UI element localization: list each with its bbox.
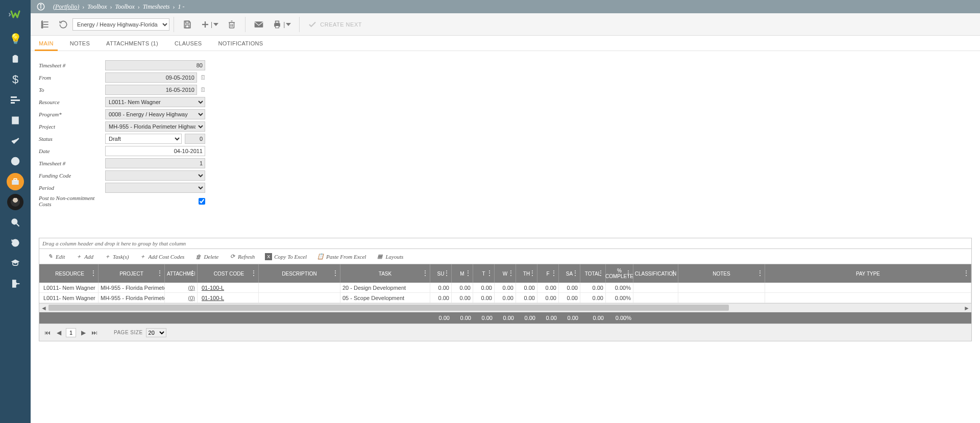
col-m[interactable]: M⋮ [452, 264, 473, 283]
date-input[interactable] [105, 146, 205, 156]
period-select[interactable] [105, 183, 205, 193]
cell-t[interactable]: 0.00 [473, 283, 495, 292]
col-t[interactable]: T⋮ [473, 264, 495, 283]
print-button[interactable]: | [268, 15, 295, 34]
breadcrumb-item-2[interactable]: Toolbox [115, 3, 135, 11]
grid-row[interactable]: L0011- Nem Wagner MH-955 - Florida Perim… [39, 283, 971, 293]
tab-attachments[interactable]: ATTACHMENTS (1) [105, 36, 159, 51]
funding-code-select[interactable] [105, 170, 205, 181]
nav-logout[interactable] [0, 273, 31, 294]
project-select[interactable]: MH-955 - Florida Perimeter Highway [105, 121, 205, 132]
from-date-input[interactable] [105, 72, 197, 83]
grid-refresh-button[interactable]: ⟳Refresh [225, 251, 259, 262]
nav-ideas[interactable]: 💡 [0, 29, 31, 49]
col-sa[interactable]: SA⋮ [559, 264, 580, 283]
column-menu-icon[interactable]: ⋮ [529, 270, 535, 277]
cell-cost-code[interactable]: 01-100-L [198, 283, 259, 292]
cell-su[interactable]: 0.00 [430, 293, 452, 303]
cell-t[interactable]: 0.00 [473, 293, 495, 303]
scroll-left-icon[interactable]: ◄ [39, 304, 48, 313]
col-su[interactable]: SU⋮ [430, 264, 452, 283]
column-menu-icon[interactable]: ⋮ [572, 270, 578, 277]
nav-clipboard[interactable] [0, 49, 31, 69]
grid-layouts-button[interactable]: ▦Layouts [372, 251, 407, 262]
page-number-input[interactable] [66, 328, 76, 337]
col-classification[interactable]: CLASSIFICATION⋮ [633, 264, 678, 283]
nav-user-avatar[interactable] [0, 192, 31, 212]
cell-notes[interactable] [678, 283, 765, 292]
cell-w[interactable]: 0.00 [495, 293, 516, 303]
create-next-button[interactable]: CREATE NEXT [304, 15, 366, 34]
scroll-right-icon[interactable]: ► [962, 304, 971, 313]
column-menu-icon[interactable]: ⋮ [670, 270, 676, 277]
col-resource[interactable]: RESOURCE⋮ [39, 264, 99, 283]
column-menu-icon[interactable]: ⋮ [189, 270, 195, 277]
save-button[interactable] [178, 15, 197, 34]
column-menu-icon[interactable]: ⋮ [963, 270, 969, 277]
cell-pct[interactable]: 0.00% [606, 283, 633, 292]
column-menu-icon[interactable]: ⋮ [332, 270, 338, 277]
grid-add-cost-codes-button[interactable]: ＋Add Cost Codes [135, 251, 188, 262]
cell-notes[interactable] [678, 293, 765, 303]
page-last-button[interactable]: ⏭ [90, 329, 99, 337]
nav-history[interactable] [0, 233, 31, 253]
breadcrumb-item-3[interactable]: Timesheets [143, 3, 170, 11]
list-view-button[interactable]: 123 [36, 15, 54, 34]
cell-classification[interactable] [633, 283, 678, 292]
nav-globe[interactable] [0, 151, 31, 171]
cell-w[interactable]: 0.00 [495, 283, 516, 292]
col-pay-type[interactable]: PAY TYPE⋮ [765, 264, 971, 283]
brand-logo[interactable]: › [0, 0, 31, 29]
info-icon[interactable] [36, 2, 46, 12]
nav-reports[interactable] [0, 90, 31, 110]
grid-edit-button[interactable]: ✎Edit [42, 251, 69, 262]
add-button[interactable]: | [197, 15, 223, 34]
tab-notifications[interactable]: NOTIFICATIONS [217, 36, 264, 51]
cell-m[interactable]: 0.00 [452, 283, 473, 292]
column-menu-icon[interactable]: ⋮ [465, 270, 471, 277]
col-w[interactable]: W⋮ [495, 264, 516, 283]
col-task[interactable]: TASK⋮ [340, 264, 430, 283]
timesheet-no-input[interactable] [105, 60, 205, 70]
cell-th[interactable]: 0.00 [516, 283, 537, 292]
col-pct-complete[interactable]: % COMPLETE⋮ [606, 264, 633, 283]
cell-classification[interactable] [633, 293, 678, 303]
grid-row[interactable]: L0011- Nem Wagner MH-955 - Florida Perim… [39, 293, 971, 303]
cell-cost-code[interactable]: 01-100-L [198, 293, 259, 303]
grid-add-button[interactable]: ＋Add [71, 251, 97, 262]
column-menu-icon[interactable]: ⋮ [757, 270, 763, 277]
col-cost-code[interactable]: COST CODE⋮ [198, 264, 259, 283]
cell-pay-type[interactable] [765, 283, 971, 292]
col-th[interactable]: TH⋮ [516, 264, 537, 283]
horizontal-scrollbar[interactable]: ◄ ► [39, 303, 971, 312]
page-first-button[interactable]: ⏮ [43, 329, 52, 337]
group-by-hint[interactable]: Drag a column header and drop it here to… [39, 238, 971, 249]
cell-sa[interactable]: 0.00 [559, 293, 580, 303]
page-prev-button[interactable]: ◀ [55, 329, 63, 337]
grid-paste-excel-button[interactable]: 📋Paste From Excel [313, 251, 370, 262]
calendar-icon[interactable]: 🗓 [199, 73, 207, 82]
cell-pay-type[interactable] [765, 293, 971, 303]
cell-m[interactable]: 0.00 [452, 293, 473, 303]
column-menu-icon[interactable]: ⋮ [486, 270, 493, 277]
breadcrumb-item-4[interactable]: 1 - [178, 3, 184, 11]
column-menu-icon[interactable]: ⋮ [508, 270, 514, 277]
status-number-input[interactable] [185, 134, 205, 144]
column-menu-icon[interactable]: ⋮ [157, 270, 163, 277]
cell-f[interactable]: 0.00 [537, 283, 559, 292]
column-menu-icon[interactable]: ⋮ [251, 270, 257, 277]
column-menu-icon[interactable]: ⋮ [551, 270, 557, 277]
nav-buildings[interactable] [0, 110, 31, 131]
col-f[interactable]: F⋮ [537, 264, 559, 283]
column-menu-icon[interactable]: ⋮ [422, 270, 428, 277]
delete-button[interactable] [223, 15, 241, 34]
history-button[interactable] [54, 15, 72, 34]
tab-clauses[interactable]: CLAUSES [174, 36, 203, 51]
status-select[interactable]: Draft [105, 134, 182, 144]
column-menu-icon[interactable]: ⋮ [90, 270, 96, 277]
grid-delete-button[interactable]: 🗑Delete [190, 251, 223, 262]
cell-pct[interactable]: 0.00% [606, 293, 633, 303]
nav-search[interactable] [0, 212, 31, 233]
column-menu-icon[interactable]: ⋮ [444, 270, 450, 277]
breadcrumb-item-1[interactable]: Toolbox [87, 3, 107, 11]
